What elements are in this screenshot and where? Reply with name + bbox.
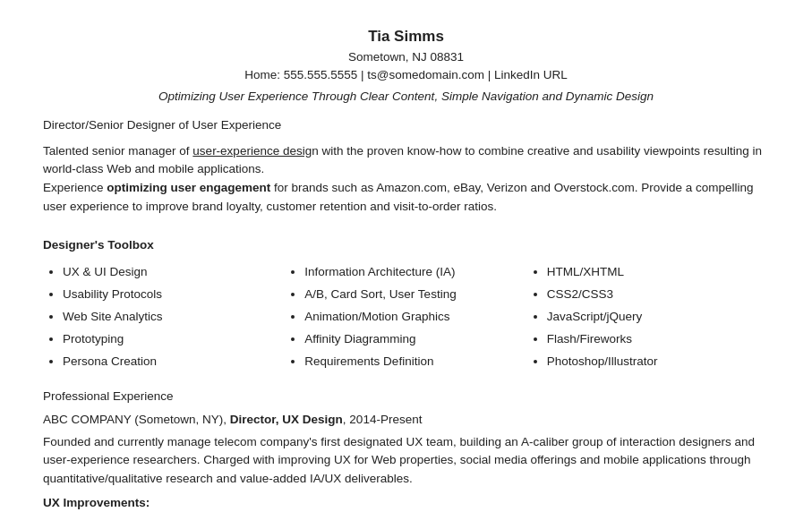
summary-line2-highlight: optimizing user engagement (107, 181, 270, 194)
resume-header: Tia Simms Sometown, NJ 08831 Home: 555.5… (43, 25, 769, 106)
candidate-tagline: Optimizing User Experience Through Clear… (43, 88, 769, 106)
summary-line1-pre: Talented senior manager of (43, 144, 192, 158)
list-item: CSS2/CSS3 (547, 286, 769, 304)
job-description: Founded and currently manage telecom com… (43, 433, 769, 490)
skills-col-1: UX & UI Design Usability Protocols Web S… (43, 263, 285, 375)
list-item: Animation/Motion Graphics (304, 308, 526, 327)
list-item: A/B, Card Sort, User Testing (304, 286, 526, 304)
ux-improvements-label: UX Improvements: (43, 494, 769, 512)
job-company: ABC COMPANY (Sometown, NY), (43, 413, 230, 426)
skills-grid: UX & UI Design Usability Protocols Web S… (43, 263, 769, 375)
job-dates: , 2014-Present (343, 413, 423, 426)
candidate-location: Sometown, NJ 08831 (43, 48, 769, 66)
summary-line1-highlight: user-experience desig (192, 144, 312, 158)
candidate-contact: Home: 555.555.5555 | ts@somedomain.com |… (43, 66, 769, 84)
list-item: Prototyping (63, 330, 285, 349)
list-item: Information Architecture (IA) (304, 263, 526, 282)
list-item: Flash/Fireworks (547, 330, 769, 349)
job-header: ABC COMPANY (Sometown, NY), Director, UX… (43, 411, 769, 429)
list-item: Web Site Analytics (63, 308, 285, 327)
list-item: Affinity Diagramming (304, 330, 526, 349)
summary-section: Talented senior manager of user-experien… (43, 142, 769, 218)
list-item: HTML/XHTML (547, 263, 769, 282)
list-item: JavaScript/jQuery (547, 308, 769, 327)
list-item: Requirements Definition (304, 353, 526, 371)
role-title: Director/Senior Designer of User Experie… (43, 116, 769, 134)
list-item: UX & UI Design (63, 263, 285, 282)
skills-col-3: HTML/XHTML CSS2/CSS3 JavaScript/jQuery F… (527, 263, 769, 375)
list-item: Photoshop/Illustrator (547, 353, 769, 371)
list-item: Usability Protocols (63, 286, 285, 304)
professional-experience-title: Professional Experience (43, 388, 769, 405)
summary-line2-pre: Experience (43, 181, 107, 194)
toolbox-title: Designer's Toolbox (43, 236, 769, 254)
list-item: Persona Creation (63, 353, 285, 371)
job-title: Director, UX Design (230, 413, 343, 426)
skills-col-2: Information Architecture (IA) A/B, Card … (285, 263, 526, 375)
candidate-name: Tia Simms (43, 25, 769, 48)
